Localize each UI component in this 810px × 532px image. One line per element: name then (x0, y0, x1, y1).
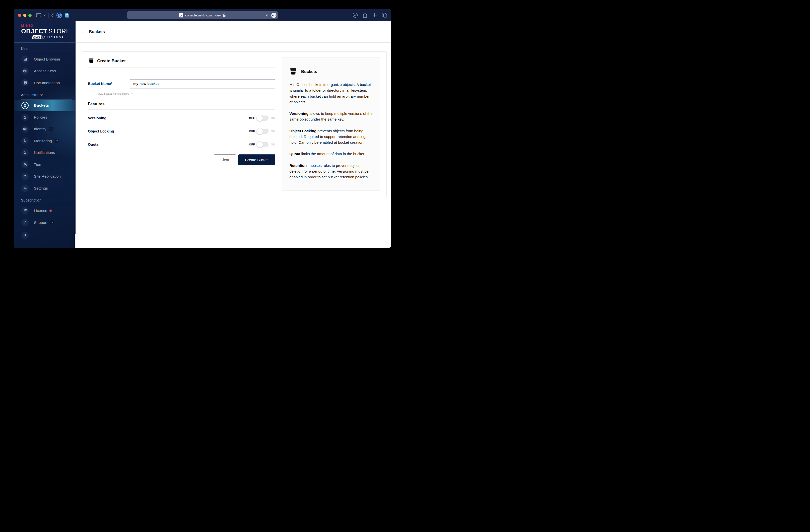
feature-row-quota: Quota OFF ON (88, 141, 275, 148)
bucket-icon (289, 68, 297, 75)
chevron-down-icon[interactable] (50, 221, 54, 224)
sidebar-item-buckets[interactable]: Buckets (14, 100, 75, 112)
bucket-icon (21, 102, 29, 109)
sidebar-item-monitoring[interactable]: Monitoring (14, 135, 75, 147)
close-window-button[interactable] (18, 14, 21, 17)
documentation-icon (21, 79, 29, 86)
app-title: OBJECTSTORE (21, 28, 75, 35)
sidebar-item-license[interactable]: License (14, 205, 75, 217)
gear-icon (21, 184, 29, 192)
monitoring-icon (21, 137, 29, 144)
access-keys-icon (21, 67, 29, 75)
browser-toolbar: console.ns-3.ic.min.dev (14, 9, 391, 21)
card-title: Create Bucket (97, 59, 126, 64)
sidebar-item-notifications[interactable]: λ Notifications (14, 147, 75, 159)
page-settings-button[interactable] (271, 13, 276, 18)
support-headset-icon (21, 219, 29, 226)
share-icon[interactable] (363, 13, 367, 18)
main-content: ← Buckets (76, 21, 391, 248)
onepassword-extension-icon[interactable] (56, 13, 62, 18)
mute-audio-icon[interactable] (265, 14, 270, 17)
sidebar-item-support[interactable]: Support (14, 217, 75, 229)
on-label: ON (271, 116, 275, 119)
zoom-window-button[interactable] (28, 14, 32, 17)
help-paragraph: Versioning allows to keep multiple versi… (289, 111, 373, 122)
section-title-user: User (21, 46, 72, 53)
site-favicon-flamingo (179, 13, 183, 17)
help-paragraph: Quota limits the amount of data in the b… (289, 151, 373, 157)
bucket-name-label: Bucket Name* (88, 82, 130, 86)
page-header: ← Buckets (76, 21, 391, 43)
app-sidebar: MINIO OBJECTSTORE AGPL Free Software 3 L… (14, 21, 75, 248)
identity-icon (21, 126, 29, 133)
downloads-icon[interactable] (353, 13, 358, 18)
off-label: OFF (249, 130, 255, 133)
sidebar-toggle-icon[interactable] (36, 13, 41, 17)
help-title: Buckets (301, 69, 317, 74)
new-tab-icon[interactable] (372, 13, 377, 18)
bucket-icon (88, 58, 94, 64)
sidebar-item-settings[interactable]: Settings (14, 182, 75, 194)
object-locking-toggle[interactable] (257, 129, 269, 134)
off-label: OFF (249, 143, 255, 146)
minimize-window-button[interactable] (23, 14, 27, 17)
buckets-help-panel: Buckets MinIO uses buckets to organize o… (282, 58, 380, 191)
bucket-name-input[interactable] (130, 79, 275, 88)
browser-window: console.ns-3.ic.min.dev (14, 9, 391, 248)
sidebar-item-site-replication[interactable]: Site Replication (14, 171, 75, 182)
sidebar-item-documentation[interactable]: Documentation (14, 77, 75, 89)
window-controls (18, 14, 32, 17)
license-alert-dot (50, 210, 51, 212)
license-badge: AGPL Free Software 3 LICENSE (32, 35, 75, 39)
tab-overview-icon[interactable] (382, 13, 387, 18)
sidebar-item-identity[interactable]: Identity (14, 123, 75, 135)
tiers-layers-icon (21, 161, 29, 168)
minio-logo: MINIO OBJECTSTORE AGPL Free Software 3 L… (14, 21, 75, 43)
object-browser-icon (21, 55, 29, 63)
ghostery-extension-icon[interactable] (65, 13, 69, 18)
create-bucket-button[interactable]: Create Bucket (238, 155, 275, 165)
toolbar-divider (48, 13, 49, 18)
minio-brand-text: MINIO (21, 24, 75, 27)
chevron-down-icon (130, 93, 133, 94)
on-label: ON (271, 143, 275, 146)
policies-icon (21, 114, 29, 121)
license-document-icon (21, 207, 29, 214)
tls-lock-icon (223, 14, 226, 17)
site-replication-sync-icon (21, 173, 29, 180)
view-naming-rules-toggle[interactable]: View Bucket Naming Rules (97, 92, 275, 95)
address-bar[interactable]: console.ns-3.ic.min.dev (127, 11, 278, 19)
back-button[interactable] (51, 13, 54, 17)
help-paragraph: Retention imposes rules to prevent objec… (289, 163, 373, 180)
section-title-subscription: Subscription (21, 198, 72, 205)
help-paragraph: MinIO uses buckets to organize objects. … (289, 82, 373, 105)
url-text: console.ns-3.ic.min.dev (185, 14, 221, 17)
off-label: OFF (249, 116, 255, 119)
create-bucket-card: Create Bucket Bucket Name* View Bucket N… (82, 51, 387, 197)
chevron-down-icon[interactable] (49, 127, 53, 131)
sidebar-item-object-browser[interactable]: Object Browser (14, 53, 75, 65)
chevron-down-icon[interactable] (55, 139, 59, 143)
feature-row-versioning: Versioning OFF ON (88, 115, 275, 121)
agpl-badge-icon: AGPL Free Software 3 (32, 35, 45, 39)
sidebar-item-partial[interactable] (14, 230, 75, 242)
sidebar-nav: User Object Browser (14, 43, 75, 248)
sidebar-item-access-keys[interactable]: Access Keys (14, 65, 75, 77)
page-title[interactable]: Buckets (89, 29, 105, 34)
lambda-notifications-icon: λ (21, 149, 29, 157)
section-title-administrator: Administrator (21, 93, 72, 100)
partial-item-icon (21, 232, 29, 239)
sidebar-item-tiers[interactable]: Tiers (14, 159, 75, 171)
sidebar-menu-chevron-icon[interactable] (44, 14, 46, 16)
feature-row-object-locking: Object Locking OFF ON (88, 128, 275, 134)
quota-toggle[interactable] (257, 142, 269, 147)
versioning-toggle[interactable] (257, 116, 269, 121)
on-label: ON (271, 130, 275, 133)
back-to-buckets-arrow[interactable]: ← (81, 29, 86, 34)
features-heading: Features (88, 102, 275, 110)
help-paragraph: Object Locking prevents objects from bei… (289, 128, 373, 145)
sidebar-item-policies[interactable]: Policies (14, 111, 75, 123)
clear-button[interactable]: Clear (214, 155, 236, 165)
